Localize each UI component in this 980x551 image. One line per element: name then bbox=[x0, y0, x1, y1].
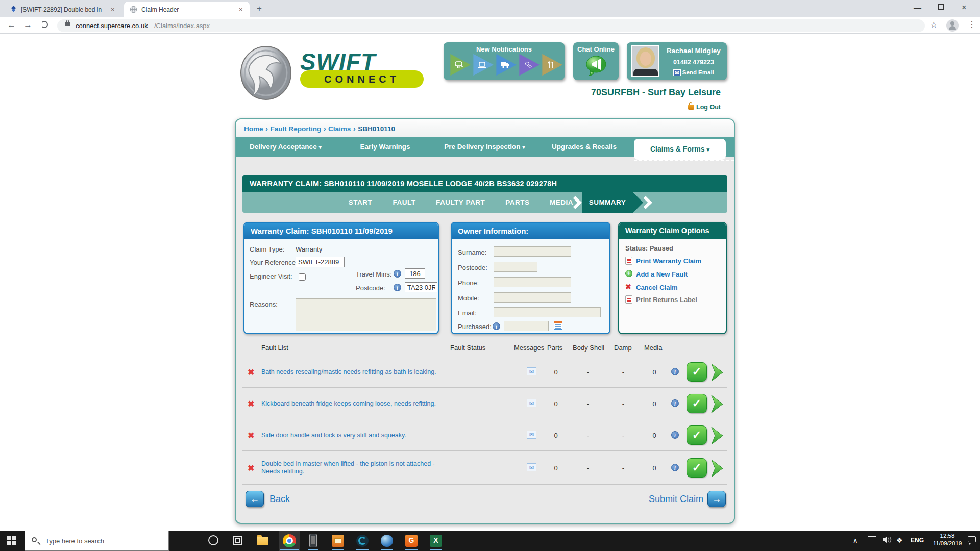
postcode-info-icon[interactable]: i bbox=[394, 284, 401, 291]
print-warranty-claim-link[interactable]: Print Warranty Claim bbox=[636, 257, 701, 265]
fault-complete-button[interactable]: ✓ bbox=[687, 425, 707, 445]
back-button[interactable]: ← bbox=[246, 491, 264, 507]
browser-tab-jira[interactable]: [SWIFT-22892] Double bed in ma × bbox=[5, 2, 122, 17]
reasons-textarea[interactable] bbox=[296, 298, 436, 331]
cancel-claim-link[interactable]: Cancel Claim bbox=[636, 284, 678, 291]
browser-forward-button[interactable]: → bbox=[23, 20, 32, 30]
travel-mins-info-icon[interactable]: i bbox=[394, 270, 401, 278]
tray-language[interactable]: ENG bbox=[911, 537, 924, 544]
breadcrumb-claims[interactable]: Claims bbox=[328, 125, 351, 133]
fault-complete-button[interactable]: ✓ bbox=[687, 362, 707, 382]
tray-volume-icon[interactable] bbox=[882, 535, 892, 544]
window-close-button[interactable]: × bbox=[962, 3, 966, 12]
swoosh-app-icon[interactable] bbox=[356, 535, 369, 547]
cortana-icon[interactable] bbox=[208, 535, 218, 545]
messages-envelope-icon[interactable]: ✉ bbox=[527, 367, 536, 375]
fault-open-arrow-icon[interactable] bbox=[709, 426, 725, 445]
excel-icon[interactable]: X bbox=[430, 535, 442, 547]
nav-tab-pre-delivery-inspection[interactable]: Pre Delivery Inspection ▾ bbox=[435, 137, 534, 157]
bookmark-star-icon[interactable]: ☆ bbox=[930, 20, 937, 30]
task-view-icon[interactable] bbox=[233, 536, 242, 545]
fault-open-arrow-icon[interactable] bbox=[709, 459, 725, 478]
surname-input[interactable] bbox=[494, 246, 571, 257]
print-returns-label-link[interactable]: Print Returns Label bbox=[636, 296, 697, 304]
nav-tab-delivery-acceptance[interactable]: Delivery Acceptance ▾ bbox=[236, 137, 335, 157]
purchased-info-icon[interactable]: i bbox=[493, 322, 500, 330]
tray-time[interactable]: 12:58 bbox=[929, 533, 966, 539]
action-center-icon[interactable] bbox=[968, 536, 976, 542]
fault-info-icon[interactable]: i bbox=[671, 431, 679, 439]
fault-open-arrow-icon[interactable] bbox=[709, 394, 725, 414]
new-tab-button[interactable]: + bbox=[257, 4, 262, 14]
browser-reload-button[interactable] bbox=[41, 21, 48, 28]
back-label[interactable]: Back bbox=[270, 494, 290, 505]
nav-tab-early-warnings[interactable]: Early Warnings bbox=[335, 137, 435, 157]
fault-description-link[interactable]: Double bed in master when lifted - the p… bbox=[261, 460, 465, 475]
fault-info-icon[interactable]: i bbox=[671, 399, 679, 407]
tab-close-icon[interactable]: × bbox=[239, 6, 243, 13]
step-summary-arrow[interactable]: SUMMARY bbox=[582, 192, 643, 213]
breadcrumb-fault-reporting[interactable]: Fault Reporting bbox=[270, 125, 321, 133]
profile-avatar-icon[interactable] bbox=[946, 19, 959, 32]
chat-megaphone-icon[interactable] bbox=[585, 54, 607, 79]
tray-date[interactable]: 11/09/2019 bbox=[929, 540, 966, 546]
your-phone-icon[interactable] bbox=[309, 534, 317, 547]
browser-back-button[interactable]: ← bbox=[7, 20, 16, 30]
logout-button[interactable]: Log Out bbox=[644, 102, 721, 111]
fault-open-arrow-icon[interactable] bbox=[709, 363, 725, 382]
file-explorer-icon[interactable] bbox=[257, 537, 268, 545]
tab-close-icon[interactable]: × bbox=[111, 6, 115, 13]
fault-info-icon[interactable]: i bbox=[671, 464, 679, 471]
fault-complete-button[interactable]: ✓ bbox=[687, 458, 707, 478]
purchased-input[interactable] bbox=[504, 321, 549, 331]
add-new-fault-link[interactable]: Add a New Fault bbox=[636, 270, 688, 278]
fault-description-link[interactable]: Kickboard beneath fridge keeps coming lo… bbox=[261, 400, 455, 408]
engineer-visit-checkbox[interactable] bbox=[299, 273, 306, 281]
gpdf-app-icon[interactable]: G bbox=[405, 535, 418, 547]
browser-tab-active[interactable]: Claim Header × bbox=[124, 2, 250, 17]
submit-claim-button[interactable]: → bbox=[707, 491, 726, 507]
damp-value: - bbox=[622, 368, 624, 376]
nav-label: Upgrades & Recalls bbox=[552, 143, 617, 151]
nav-tab-upgrades-recalls[interactable]: Upgrades & Recalls bbox=[534, 137, 634, 157]
delete-fault-icon[interactable]: ✖ bbox=[248, 463, 254, 473]
claim-postcode-input[interactable] bbox=[405, 282, 437, 292]
owner-postcode-input[interactable] bbox=[494, 262, 537, 272]
nav-tab-claims-forms-active[interactable]: Claims & Forms ▾ bbox=[634, 139, 726, 160]
submit-claim-label[interactable]: Submit Claim bbox=[637, 494, 703, 505]
send-email-link[interactable]: ✉ Send Email bbox=[663, 69, 725, 76]
mobile-input[interactable] bbox=[494, 292, 571, 303]
travel-mins-input[interactable] bbox=[405, 268, 425, 279]
messages-envelope-icon[interactable]: ✉ bbox=[527, 431, 536, 439]
window-maximize-button[interactable] bbox=[938, 4, 944, 10]
start-button[interactable] bbox=[7, 536, 16, 545]
breadcrumb-home[interactable]: Home bbox=[244, 125, 263, 133]
messages-envelope-icon[interactable]: ✉ bbox=[527, 463, 536, 471]
globe-app-icon[interactable] bbox=[381, 535, 393, 547]
step-faulty-part[interactable]: FAULTY PART bbox=[436, 192, 485, 213]
tray-network-icon[interactable] bbox=[868, 536, 876, 542]
breadcrumb: Home › Fault Reporting › Claims › SBH010… bbox=[244, 124, 395, 133]
step-fault[interactable]: FAULT bbox=[393, 192, 416, 213]
your-reference-input[interactable] bbox=[296, 257, 345, 267]
step-start[interactable]: START bbox=[349, 192, 373, 213]
tray-dropbox-icon[interactable]: ❖ bbox=[896, 536, 903, 544]
phone-input[interactable] bbox=[494, 277, 571, 287]
outlook-icon[interactable] bbox=[332, 535, 344, 547]
calendar-icon[interactable] bbox=[554, 321, 562, 330]
fault-complete-button[interactable]: ✓ bbox=[687, 394, 707, 413]
fault-info-icon[interactable]: i bbox=[671, 368, 679, 375]
fault-description-link[interactable]: Bath needs resealing/mastic needs refitt… bbox=[261, 368, 455, 376]
taskbar-search-input[interactable] bbox=[24, 531, 169, 551]
email-input[interactable] bbox=[494, 307, 601, 317]
delete-fault-icon[interactable]: ✖ bbox=[248, 431, 254, 440]
tray-chevron-up-icon[interactable]: ∧ bbox=[853, 537, 858, 544]
fault-description-link[interactable]: Side door handle and lock is very stiff … bbox=[261, 432, 455, 439]
window-minimize-button[interactable]: — bbox=[914, 3, 921, 12]
chrome-icon[interactable] bbox=[283, 534, 296, 547]
messages-envelope-icon[interactable]: ✉ bbox=[527, 399, 536, 407]
step-parts[interactable]: PARTS bbox=[505, 192, 529, 213]
delete-fault-icon[interactable]: ✖ bbox=[248, 399, 254, 409]
delete-fault-icon[interactable]: ✖ bbox=[248, 367, 254, 377]
browser-menu-icon[interactable]: ⋮ bbox=[968, 19, 976, 29]
